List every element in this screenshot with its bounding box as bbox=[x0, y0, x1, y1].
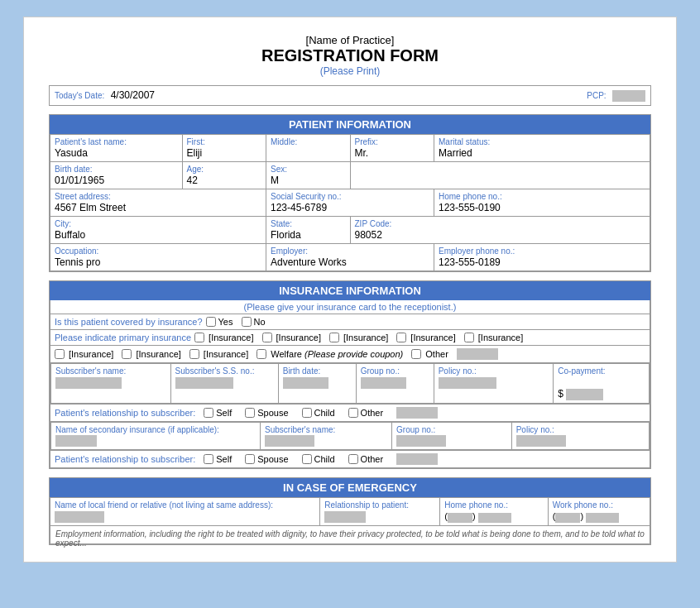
first-label: First: bbox=[187, 137, 262, 146]
copay-label: Co-payment: bbox=[558, 366, 645, 376]
prefix-cell: Prefix: Mr. bbox=[350, 134, 434, 161]
subscriber-name-cell: Subscriber's name: bbox=[51, 363, 171, 403]
other-opt[interactable]: Other bbox=[411, 349, 448, 359]
ins-check-2[interactable] bbox=[262, 333, 272, 342]
self-opt-1[interactable]: Self bbox=[204, 408, 232, 418]
ins-opt-2[interactable]: [Insurance] bbox=[262, 333, 321, 342]
other-check-1[interactable] bbox=[348, 408, 358, 418]
ssn-cell: Social Security no.: 123-45-6789 bbox=[266, 189, 434, 216]
spouse-label-1: Spouse bbox=[257, 408, 288, 418]
no-checkbox[interactable] bbox=[242, 317, 252, 327]
emergency-home-value: () bbox=[444, 511, 511, 521]
emergency-home-label: Home phone no.: bbox=[444, 500, 544, 510]
ins-check-5[interactable] bbox=[464, 333, 474, 342]
date-label: Today's Date: bbox=[55, 91, 104, 100]
secondary-label: Name of secondary insurance (if applicab… bbox=[55, 425, 256, 434]
spouse-opt-2[interactable]: Spouse bbox=[245, 454, 288, 464]
employer-value: Adventure Works bbox=[271, 256, 347, 268]
other-label-2: Other bbox=[361, 454, 384, 464]
birth-date-label: Birth date: bbox=[283, 366, 352, 376]
copay-value bbox=[566, 389, 603, 400]
welfare-check[interactable] bbox=[257, 349, 266, 359]
ins-check-6[interactable] bbox=[55, 349, 65, 359]
spouse-opt-1[interactable]: Spouse bbox=[245, 408, 288, 418]
self-label-1: Self bbox=[216, 408, 232, 418]
secondary-policy-label: Policy no.: bbox=[516, 425, 645, 434]
marital-label: Marital status: bbox=[439, 137, 645, 146]
subscriber-ss-label: Subscriber's S.S. no.: bbox=[175, 366, 274, 376]
secondary-name-value bbox=[55, 435, 97, 447]
relationship-row-1: Patient's relationship to subscriber: Se… bbox=[50, 405, 650, 422]
ins-opt-7[interactable]: [Insurance] bbox=[122, 349, 180, 359]
ins-opt-4-label: [Insurance] bbox=[410, 333, 455, 342]
ins-opt-6[interactable]: [Insurance] bbox=[55, 349, 113, 359]
secondary-group-value bbox=[396, 435, 446, 447]
self-check-1[interactable] bbox=[204, 408, 213, 418]
ins-opt-6-label: [Insurance] bbox=[69, 349, 113, 359]
emergency-work-value: () bbox=[553, 511, 619, 521]
emergency-work-cell: Work phone no.: () bbox=[548, 498, 650, 526]
ins-opt-5[interactable]: [Insurance] bbox=[464, 333, 523, 342]
insurance-header: INSURANCE INFORMATION bbox=[50, 281, 650, 300]
footer-text: Employment information, including the ri… bbox=[55, 529, 645, 548]
child-check-1[interactable] bbox=[302, 408, 312, 418]
spouse-check-1[interactable] bbox=[245, 408, 255, 418]
emergency-header: IN CASE OF EMERGENCY bbox=[50, 478, 650, 497]
subscriber-fields: Subscriber's name: Subscriber's S.S. no.… bbox=[51, 363, 650, 403]
ins-opt-3[interactable]: [Insurance] bbox=[329, 333, 388, 342]
ins-opt-4[interactable]: [Insurance] bbox=[396, 333, 455, 342]
employer-label: Employer: bbox=[271, 247, 429, 256]
emergency-footer: Employment information, including the ri… bbox=[50, 526, 650, 544]
first-name-cell: First: Eliji bbox=[182, 134, 266, 161]
other-opt-1[interactable]: Other bbox=[348, 408, 384, 418]
ins-check-7[interactable] bbox=[122, 349, 132, 359]
other-value-2 bbox=[396, 453, 438, 465]
child-opt-1[interactable]: Child bbox=[302, 408, 335, 418]
employer-cell: Employer: Adventure Works bbox=[266, 243, 434, 270]
ins-opt-1-label: [Insurance] bbox=[209, 333, 253, 342]
ins-opt-8[interactable]: [Insurance] bbox=[189, 349, 248, 359]
welfare-opt[interactable]: Welfare (Please provide coupon) bbox=[257, 349, 403, 359]
other-opt-2[interactable]: Other bbox=[348, 454, 384, 464]
ins-opt-1[interactable]: [Insurance] bbox=[194, 333, 253, 342]
registration-form: [Name of Practice] REGISTRATION FORM (Pl… bbox=[23, 17, 677, 563]
yes-checkbox[interactable] bbox=[206, 317, 216, 327]
marital-value: Married bbox=[439, 147, 472, 159]
ins-check-3[interactable] bbox=[329, 333, 339, 342]
subscriber-name-label: Subscriber's name: bbox=[55, 366, 166, 376]
other-check-2[interactable] bbox=[348, 454, 358, 464]
sex-label: Sex: bbox=[271, 165, 346, 174]
friend-value bbox=[55, 511, 104, 523]
spouse-check-2[interactable] bbox=[245, 454, 255, 464]
secondary-group-cell: Group no.: bbox=[392, 422, 512, 450]
other-label: Other bbox=[425, 349, 448, 359]
no-option[interactable]: No bbox=[242, 317, 266, 327]
dollar-sign: $ bbox=[558, 388, 563, 400]
self-opt-2[interactable]: Self bbox=[204, 454, 232, 464]
occupation-value: Tennis pro bbox=[55, 256, 100, 268]
ins-check-8[interactable] bbox=[189, 349, 199, 359]
ins-check-1[interactable] bbox=[194, 333, 204, 342]
form-header: [Name of Practice] REGISTRATION FORM (Pl… bbox=[49, 34, 651, 77]
first-value: Eliji bbox=[187, 147, 203, 159]
secondary-policy-value bbox=[516, 435, 566, 447]
please-print: (Please Print) bbox=[49, 65, 651, 77]
self-check-2[interactable] bbox=[204, 454, 213, 464]
last-name-label: Patient's last name: bbox=[55, 137, 178, 146]
child-check-2[interactable] bbox=[302, 454, 312, 464]
ins-check-4[interactable] bbox=[396, 333, 406, 342]
occupation-row: Occupation: Tennis pro Employer: Adventu… bbox=[50, 243, 650, 270]
patient-information-section: PATIENT INFORMATION Patient's last name:… bbox=[49, 114, 651, 272]
patient-info-header: PATIENT INFORMATION bbox=[50, 115, 650, 134]
emergency-rel-label: Relationship to patient: bbox=[324, 500, 435, 510]
yes-option[interactable]: Yes bbox=[206, 317, 233, 327]
no-label: No bbox=[254, 317, 266, 327]
employer-phone-cell: Employer phone no.: 123-555-0189 bbox=[434, 243, 650, 270]
other-label-1: Other bbox=[361, 408, 384, 418]
primary-insurance-row2: [Insurance] [Insurance] [Insurance] Welf… bbox=[50, 346, 650, 363]
secondary-name-cell: Name of secondary insurance (if applicab… bbox=[51, 422, 261, 450]
state-value: Florida bbox=[271, 229, 301, 241]
group-no-value bbox=[361, 377, 406, 389]
other-check[interactable] bbox=[411, 349, 421, 359]
child-opt-2[interactable]: Child bbox=[302, 454, 335, 464]
